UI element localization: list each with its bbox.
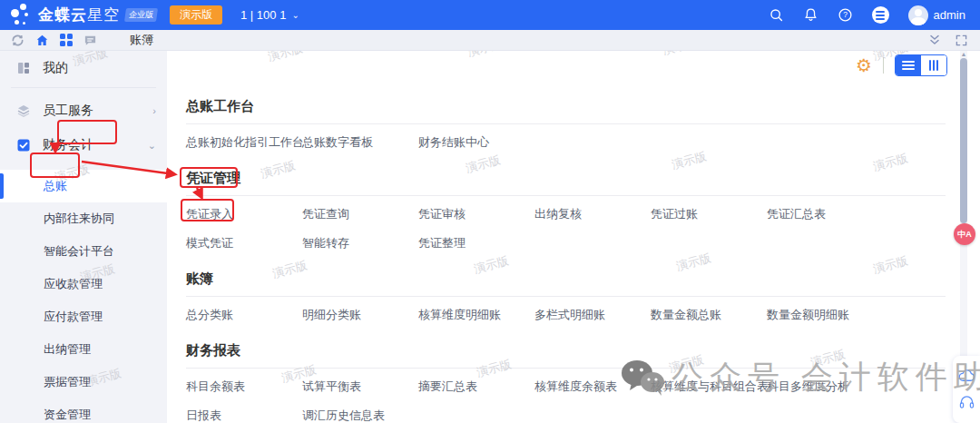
avatar [908, 5, 928, 25]
menu-link[interactable]: 凭证查询 [302, 207, 418, 221]
section-title: 总账工作台 [186, 98, 958, 114]
sidebar-subitem[interactable]: 总账 [0, 170, 167, 202]
menu-row: 科目余额表试算平衡表摘要汇总表核算维度余额表核算维度与科目组合表科目多维度分析 [186, 379, 958, 394]
help-icon[interactable]: ? [838, 7, 853, 23]
menu-link[interactable]: 核算维度明细账 [418, 308, 534, 322]
menu-link[interactable]: 数量金额明细账 [767, 308, 883, 322]
menu-section: 财务报表科目余额表试算平衡表摘要汇总表核算维度余额表核算维度与科目组合表科目多维… [186, 342, 958, 423]
menu-row: 日报表调汇历史信息表 [186, 408, 958, 423]
section-title: 财务报表 [186, 342, 958, 359]
menu-row: 总分类账明细分类账核算维度明细账多栏式明细账数量金额总账数量金额明细账 [186, 308, 958, 322]
section-title: 凭证管理 [186, 170, 958, 186]
menu-link[interactable]: 总账初始化指引工作台 [186, 135, 302, 150]
menu-link[interactable]: 核算维度与科目组合表 [651, 379, 767, 394]
sidebar-item-label: 我的 [43, 60, 68, 76]
sync-icon[interactable] [11, 34, 24, 47]
home-icon[interactable] [35, 34, 49, 47]
sidebar-subitem[interactable]: 资金管理 [0, 398, 167, 423]
sidebar-item-mine[interactable]: 我的 [0, 51, 167, 85]
menu-link[interactable]: 凭证审核 [418, 207, 534, 221]
cloud-icon[interactable] [958, 369, 975, 382]
section-divider [186, 195, 946, 196]
scrollbar-up-arrow[interactable]: ▲ [960, 52, 967, 57]
chevron-right-icon: › [152, 105, 156, 116]
svg-text:?: ? [843, 10, 848, 19]
menu-link[interactable]: 出纳复核 [534, 207, 651, 221]
menu-link[interactable]: 核算维度余额表 [534, 379, 651, 394]
sidebar-nav: 我的 员工服务 › 财务会计 ⌄ 总账内部往来协同智能会计平台应收款管理应付款管… [0, 51, 167, 423]
sidebar-divider [11, 87, 156, 88]
apps-grid-icon[interactable] [60, 34, 73, 46]
view-switcher [895, 54, 947, 76]
menu-link[interactable]: 凭证过账 [651, 207, 767, 221]
sidebar-item-financial-accounting[interactable]: 财务会计 ⌄ [0, 128, 167, 162]
workspace-menu-icon[interactable] [872, 6, 889, 24]
menu-section: 总账工作台总账初始化指引工作台总账数字看板财务结账中心 [186, 98, 958, 150]
menu-link[interactable]: 总分类账 [186, 308, 302, 322]
tab-ledger[interactable]: 账簿 [130, 32, 153, 48]
scrollbar-thumb[interactable] [960, 58, 967, 223]
profile-icon [16, 61, 31, 75]
tab-toolbar: 账簿 [0, 30, 980, 51]
sidebar-subitem[interactable]: 内部往来协同 [0, 202, 167, 235]
menu-link[interactable]: 模式凭证 [186, 236, 302, 251]
top-header: 金蝶云星空 企业版 演示版 1 | 100 1 ⌄ ? admin [0, 0, 980, 30]
chevron-down-icon: ⌄ [148, 140, 156, 152]
menu-row: 凭证录入凭证查询凭证审核出纳复核凭证过账凭证汇总表 [186, 207, 958, 221]
menu-row: 总账初始化指引工作台总账数字看板财务结账中心 [186, 135, 958, 150]
translate-button[interactable]: 中A [954, 223, 975, 245]
menu-link[interactable]: 总账数字看板 [302, 135, 418, 150]
sidebar-subitem[interactable]: 出纳管理 [0, 333, 167, 366]
sidebar-item-employee-services[interactable]: 员工服务 › [0, 93, 167, 128]
username: admin [934, 8, 965, 22]
sidebar-subitem[interactable]: 应收款管理 [0, 268, 167, 300]
helper-panel [953, 356, 980, 423]
list-view-button[interactable] [896, 55, 921, 75]
sidebar-item-label: 员工服务 [43, 103, 93, 119]
brand-title: 金蝶云星空 [38, 5, 120, 25]
menu-link[interactable]: 摘要汇总表 [418, 379, 534, 394]
demo-version-badge: 演示版 [170, 5, 222, 25]
menu-link[interactable]: 凭证整理 [418, 236, 534, 251]
menu-link[interactable]: 凭证录入 [186, 207, 302, 221]
view-controls: ⚙ [856, 54, 947, 76]
main-content: 总账工作台总账初始化指引工作台总账数字看板财务结账中心凭证管理凭证录入凭证查询凭… [167, 51, 958, 423]
brand-light: 星空 [87, 6, 120, 24]
column-view-button[interactable] [921, 55, 946, 75]
section-divider [186, 296, 946, 297]
sidebar-subitem[interactable]: 票据管理 [0, 366, 167, 398]
menu-section: 账簿总分类账明细分类账核算维度明细账多栏式明细账数量金额总账数量金额明细账 [186, 271, 958, 322]
notification-bell-icon[interactable] [803, 7, 818, 23]
collapse-tabs-icon[interactable] [928, 34, 941, 46]
search-icon[interactable] [769, 7, 784, 23]
menu-link[interactable]: 智能转存 [302, 236, 418, 251]
user-account[interactable]: admin [908, 5, 965, 25]
sidebar-submenu: 总账内部往来协同智能会计平台应收款管理应付款管理出纳管理票据管理资金管理 [0, 170, 167, 423]
menu-link[interactable]: 财务结账中心 [418, 135, 534, 150]
fullscreen-icon[interactable] [956, 34, 967, 46]
menu-link[interactable]: 凭证汇总表 [767, 207, 883, 221]
app-window: 金蝶云星空 企业版 演示版 1 | 100 1 ⌄ ? admin 账簿 [0, 0, 980, 423]
menu-link[interactable]: 日报表 [186, 408, 302, 423]
section-title: 账簿 [186, 271, 958, 287]
layers-icon [16, 103, 31, 118]
menu-row: 模式凭证智能转存凭证整理 [186, 236, 958, 251]
menu-link[interactable]: 科目余额表 [186, 379, 302, 394]
divider [883, 57, 884, 74]
org-switcher[interactable]: 1 | 100 1 ⌄ [240, 8, 299, 22]
menu-link[interactable]: 调汇历史信息表 [302, 408, 418, 423]
menu-link[interactable]: 明细分类账 [302, 308, 418, 322]
sidebar-subitem[interactable]: 智能会计平台 [0, 235, 167, 268]
menu-link[interactable]: 科目多维度分析 [767, 379, 883, 394]
menu-link[interactable]: 多栏式明细账 [534, 308, 651, 322]
menu-link[interactable]: 试算平衡表 [302, 379, 418, 394]
chevron-down-icon: ⌄ [291, 10, 299, 20]
sidebar-subitem[interactable]: 应付款管理 [0, 300, 167, 333]
menu-section: 凭证管理凭证录入凭证查询凭证审核出纳复核凭证过账凭证汇总表模式凭证智能转存凭证整… [186, 170, 958, 251]
sidebar-item-label: 财务会计 [43, 137, 93, 153]
headset-icon[interactable] [959, 395, 975, 409]
menu-link[interactable]: 数量金额总账 [651, 308, 767, 322]
kingdee-logo-icon [9, 4, 36, 27]
chat-icon[interactable] [83, 34, 97, 47]
settings-gear-icon[interactable]: ⚙ [856, 55, 872, 75]
